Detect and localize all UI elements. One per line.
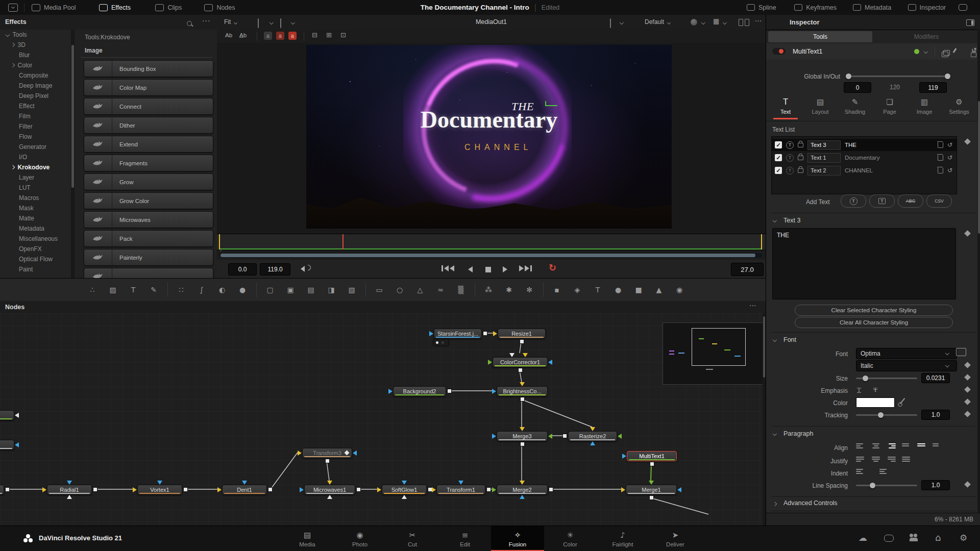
nav-item-media-pool[interactable]: Media Pool <box>32 0 76 15</box>
text3-collapse-icon[interactable] <box>773 218 777 222</box>
size-keyframe-diamond[interactable] <box>964 374 971 381</box>
input-port[interactable] <box>432 487 436 492</box>
reset-text-icon[interactable]: ↺ <box>947 167 952 174</box>
input-port[interactable] <box>388 389 393 394</box>
input-port[interactable] <box>15 442 19 447</box>
page-media[interactable]: ▤Media <box>281 526 334 551</box>
node-transform3[interactable]: Transform3 <box>302 448 352 458</box>
text-item-name[interactable]: Text 1 <box>807 153 841 163</box>
node-colorcorrector1[interactable]: ColorCorrector1 <box>493 357 548 367</box>
tab-settings[interactable]: ⚙Settings <box>943 97 975 115</box>
global-in-out-slider[interactable] <box>848 76 948 77</box>
viewer-preset-dropdown[interactable]: Default <box>645 18 674 26</box>
tree-item-generator[interactable]: Generator <box>0 142 71 152</box>
tab-layout[interactable]: ▤Layout <box>804 97 837 115</box>
node-microwaves1[interactable]: Microwaves1 <box>304 485 355 495</box>
effect-item-grow-color[interactable]: Grow Color <box>84 192 213 209</box>
step-back-button[interactable] <box>468 265 473 274</box>
viewer-stage[interactable]: THE Documentary CHANNEL <box>217 43 766 234</box>
home-icon[interactable]: ⌂ <box>935 532 941 543</box>
node-multitext1[interactable]: MultiText1 <box>627 451 677 461</box>
tracking-keyframe-diamond[interactable] <box>964 411 971 417</box>
color-curves-tool-icon[interactable]: ∫ <box>195 283 208 296</box>
play-button[interactable] <box>503 265 507 274</box>
tree-item-openfx[interactable]: OpenFX <box>0 244 71 254</box>
input-port[interactable] <box>488 360 492 365</box>
nav-item-nodes[interactable]: Nodes <box>204 0 235 15</box>
pemitter-tool-icon[interactable]: ⁂ <box>482 283 495 296</box>
text-item-value[interactable]: Documentary <box>845 155 934 161</box>
saver-tool-icon[interactable]: ▣ <box>284 283 297 296</box>
effect-item-grow[interactable]: Grow <box>84 173 213 190</box>
output-port[interactable] <box>549 487 553 492</box>
tree-item-mask[interactable]: Mask <box>0 203 71 213</box>
node-graph[interactable]: StarsinForest.j...Resize1ColorCorrector1… <box>0 313 766 525</box>
input-port[interactable] <box>242 481 247 485</box>
output-port[interactable] <box>650 462 654 466</box>
tree-item-flow[interactable]: Flow <box>0 132 71 142</box>
tab-page[interactable]: ❏Page <box>873 97 906 115</box>
cloud-sync-icon[interactable]: ☁ <box>859 533 867 543</box>
vertical-align-top-button[interactable] <box>917 443 926 448</box>
timeline-ruler[interactable]: 0510152025303540455055606570758085909510… <box>217 234 766 249</box>
node-stub1[interactable] <box>0 410 14 420</box>
align-left-button[interactable] <box>856 443 865 448</box>
reset-text-icon[interactable]: ↺ <box>947 154 952 161</box>
minimap-viewport[interactable] <box>692 328 746 366</box>
node-merge1[interactable]: Merge1 <box>626 485 677 495</box>
input-port[interactable] <box>402 495 407 499</box>
text-list-row-text-2[interactable]: ✓TText 2CHANNEL↺ <box>772 164 957 177</box>
node-softglow1[interactable]: SoftGlow1 <box>382 485 427 495</box>
paint-tool-icon[interactable]: ✎ <box>147 283 160 296</box>
grain-tool-icon[interactable]: ∷ <box>175 283 188 296</box>
effect-item-painterly[interactable]: Painterly <box>84 249 213 266</box>
tree-item-deep-image[interactable]: Deep Image <box>0 81 71 91</box>
font-browser-icon[interactable] <box>956 348 966 356</box>
tree-item-filter[interactable]: Filter <box>0 121 71 132</box>
effect-item-color-map[interactable]: Color Map <box>84 79 213 96</box>
input-port[interactable] <box>492 389 496 394</box>
node-brightnessco[interactable]: BrightnessCo... <box>497 386 548 396</box>
input-port[interactable] <box>622 454 626 459</box>
strikethrough-button[interactable]: T <box>873 386 877 394</box>
text-list-row-text-1[interactable]: ✓TText 1Documentary↺ <box>772 152 957 164</box>
rectangle-mask-tool-icon[interactable]: ▭ <box>373 283 386 296</box>
justify-last-left-button[interactable] <box>856 457 865 462</box>
pmerge-tool-icon[interactable]: ✱ <box>502 283 516 296</box>
text-list-row-text-3[interactable]: ✓TText 3THE↺ <box>772 139 957 151</box>
tree-item-blur[interactable]: Blur <box>0 50 71 60</box>
tab-modifiers[interactable]: Modifiers <box>874 31 978 42</box>
node-radial1[interactable]: Radial1 <box>47 485 92 495</box>
tab-tools[interactable]: Tools <box>768 31 872 42</box>
nav-item-keyframes[interactable]: Keyframes <box>794 0 837 15</box>
chevron-right-icon[interactable] <box>11 63 15 67</box>
node-transform1[interactable]: Transform1 <box>436 485 485 495</box>
align-center-button[interactable] <box>871 443 880 448</box>
size-slider[interactable] <box>856 378 917 379</box>
text-item-value[interactable]: THE <box>845 142 934 148</box>
clear-all-styling-button[interactable]: Clear All Character Styling <box>795 317 953 328</box>
tree-item-krokodove[interactable]: Krokodove <box>0 162 71 172</box>
effect-item-fragments[interactable]: Fragments <box>84 155 213 171</box>
color-keyframe-diamond[interactable] <box>964 398 971 405</box>
ui-layout-switcher[interactable] <box>8 0 18 15</box>
loader-tool-icon[interactable]: ▢ <box>263 283 277 296</box>
nodes-menu-icon[interactable]: ··· <box>749 302 756 310</box>
node-stub3[interactable] <box>0 485 4 495</box>
align-full-button[interactable] <box>902 443 911 448</box>
input-port[interactable] <box>429 331 433 336</box>
char-style-a3-icon[interactable]: a <box>288 32 297 40</box>
input-port[interactable] <box>523 353 528 357</box>
page-photo[interactable]: ◉Photo <box>333 526 386 551</box>
viewer-menu-icon[interactable]: ··· <box>755 17 762 25</box>
input-port[interactable] <box>300 487 304 492</box>
modify-text-icon[interactable]: A̲b <box>239 32 247 38</box>
node-connection[interactable] <box>651 498 708 514</box>
text3-keyframe-diamond[interactable] <box>964 230 971 237</box>
nav-item-effects[interactable]: Effects <box>99 0 131 15</box>
inspector-panel-icon[interactable] <box>966 19 974 26</box>
tab-image[interactable]: ▥Image <box>908 97 941 115</box>
range-in-field[interactable]: 0.0 <box>228 263 257 276</box>
output-port[interactable] <box>520 442 525 446</box>
messages-icon[interactable] <box>884 535 894 542</box>
